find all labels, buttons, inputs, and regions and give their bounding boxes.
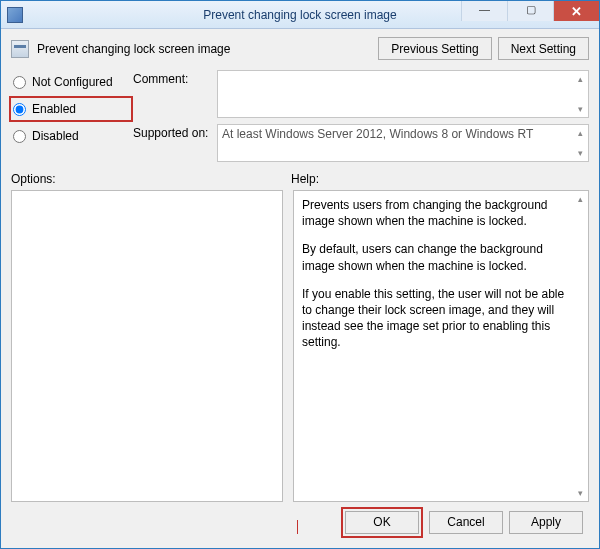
radio-not-configured-label: Not Configured — [32, 75, 113, 89]
radio-disabled-label: Disabled — [32, 129, 79, 143]
config-row: Not Configured Enabled Disabled Comment: — [11, 70, 589, 162]
help-label: Help: — [291, 172, 319, 186]
scroll-up-icon[interactable]: ▴ — [573, 126, 587, 140]
help-paragraph-2: By default, users can change the backgro… — [302, 241, 570, 273]
previous-setting-button[interactable]: Previous Setting — [378, 37, 491, 60]
radio-enabled-input[interactable] — [13, 103, 26, 116]
radio-not-configured[interactable]: Not Configured — [11, 72, 133, 92]
supported-row: Supported on: At least Windows Server 20… — [133, 124, 589, 162]
titlebar[interactable]: Prevent changing lock screen image — ▢ ✕ — [1, 1, 599, 29]
radio-disabled[interactable]: Disabled — [11, 126, 133, 146]
nav-buttons: Previous Setting Next Setting — [378, 37, 589, 60]
panes: Prevents users from changing the backgro… — [11, 190, 589, 502]
comment-scrollbar[interactable]: ▴ ▾ — [573, 72, 587, 116]
supported-input: At least Windows Server 2012, Windows 8 … — [217, 124, 589, 162]
scroll-down-icon[interactable]: ▾ — [573, 102, 587, 116]
fields-column: Comment: ▴ ▾ Supported on: At least Wind… — [133, 70, 589, 162]
pane-labels: Options: Help: — [11, 172, 589, 186]
help-scrollbar[interactable]: ▴ ▾ — [573, 192, 587, 500]
help-paragraph-3: If you enable this setting, the user wil… — [302, 286, 570, 351]
scroll-down-icon[interactable]: ▾ — [573, 146, 587, 160]
policy-icon — [11, 40, 29, 58]
state-radios: Not Configured Enabled Disabled — [11, 70, 133, 162]
scroll-up-icon[interactable]: ▴ — [573, 72, 587, 86]
radio-enabled[interactable]: Enabled — [11, 99, 113, 119]
supported-scrollbar[interactable]: ▴ ▾ — [573, 126, 587, 160]
radio-not-configured-input[interactable] — [13, 76, 26, 89]
window-title: Prevent changing lock screen image — [1, 8, 599, 22]
content-area: Prevent changing lock screen image Previ… — [1, 29, 599, 548]
options-pane[interactable] — [11, 190, 283, 502]
footer: OK Cancel Apply — [11, 502, 589, 542]
header-row: Prevent changing lock screen image Previ… — [11, 37, 589, 60]
radio-enabled-highlight: Enabled — [9, 96, 133, 122]
scroll-down-icon[interactable]: ▾ — [573, 486, 587, 500]
cancel-button[interactable]: Cancel — [429, 511, 503, 534]
scroll-up-icon[interactable]: ▴ — [573, 192, 587, 206]
comment-row: Comment: ▴ ▾ — [133, 70, 589, 118]
options-label: Options: — [11, 172, 291, 186]
help-pane: Prevents users from changing the backgro… — [293, 190, 589, 502]
supported-value: At least Windows Server 2012, Windows 8 … — [222, 127, 533, 141]
comment-label: Comment: — [133, 70, 217, 86]
ok-button[interactable]: OK — [345, 511, 419, 534]
help-text: Prevents users from changing the backgro… — [294, 191, 588, 369]
apply-button[interactable]: Apply — [509, 511, 583, 534]
supported-label: Supported on: — [133, 124, 217, 140]
policy-title: Prevent changing lock screen image — [37, 42, 230, 56]
ok-highlight: OK — [341, 507, 423, 538]
comment-input[interactable]: ▴ ▾ — [217, 70, 589, 118]
radio-disabled-input[interactable] — [13, 130, 26, 143]
dialog-window: Prevent changing lock screen image — ▢ ✕… — [0, 0, 600, 549]
next-setting-button[interactable]: Next Setting — [498, 37, 589, 60]
help-paragraph-1: Prevents users from changing the backgro… — [302, 197, 570, 229]
radio-enabled-label: Enabled — [32, 102, 76, 116]
